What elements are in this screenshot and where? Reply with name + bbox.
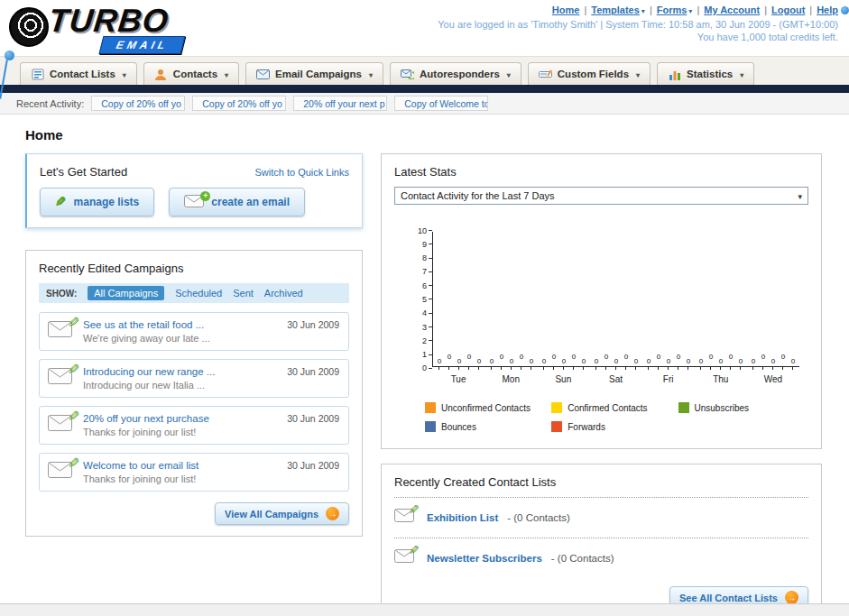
contact-list-link[interactable]: Exhibition List xyxy=(427,512,498,523)
legend-label: Unsubscribes xyxy=(695,403,750,413)
recent-activity-item[interactable]: Copy of Welcome to xyxy=(394,96,488,111)
contact-list-item[interactable]: Exhibition List - (0 Contacts) xyxy=(394,506,808,529)
chevron-down-icon xyxy=(367,69,373,79)
chart-plot-area: 00000000000000000000000000000000000 TueM… xyxy=(432,232,799,384)
chart-value-label: 0 xyxy=(789,357,798,365)
top-nav: HomeTemplatesFormsMy AccountLogoutHelp xyxy=(438,5,838,15)
filter-archived[interactable]: Archived xyxy=(264,288,303,299)
chart-value-label: 0 xyxy=(455,357,465,365)
switch-quick-links-link[interactable]: Switch to Quick Links xyxy=(254,167,349,178)
chart-value-label: 0 xyxy=(769,357,779,365)
stats-period-select[interactable]: Contact Activity for the Last 7 Days xyxy=(394,187,808,205)
campaign-date: 30 Jun 2009 xyxy=(287,366,339,377)
tab-contacts[interactable]: Contacts xyxy=(143,62,239,85)
nav-home-link[interactable]: Home xyxy=(552,5,580,15)
chart-x-labels: TueMonSunSatFriThuWed xyxy=(432,374,799,384)
chart-group: 00000 xyxy=(538,353,590,366)
chart-value-label: 0 xyxy=(435,357,445,365)
nav-forms-link[interactable]: Forms xyxy=(657,5,688,15)
chart-value-label: 0 xyxy=(475,357,484,365)
campaign-filter-bar: SHOW: All Campaigns Scheduled Sent Archi… xyxy=(39,283,349,303)
tab-autoresponders[interactable]: Autoresponders xyxy=(390,62,521,85)
campaign-row[interactable]: See us at the retail food ... We're givi… xyxy=(39,312,349,351)
tab-statistics[interactable]: Statistics xyxy=(657,62,754,85)
chart-plot: 00000000000000000000000000000000000 xyxy=(432,232,799,367)
legend-swatch xyxy=(678,402,689,413)
tab-custom-fields[interactable]: Custom Fields xyxy=(528,62,651,85)
legend-label: Confirmed Contacts xyxy=(568,403,647,413)
arrow-right-icon xyxy=(326,507,339,520)
chart-value-label: 0 xyxy=(592,357,602,365)
chart-value-label: 0 xyxy=(559,357,569,365)
see-all-contact-lists-label: See All Contact Lists xyxy=(679,593,778,603)
campaign-row[interactable]: Introducing our new range ... Introducin… xyxy=(39,359,349,398)
x-axis-ticks xyxy=(484,367,537,370)
campaign-subtitle: Thanks for joining our list! xyxy=(83,473,339,484)
chart-value-label: 0 xyxy=(487,357,497,365)
create-email-button[interactable]: create an email xyxy=(169,188,305,216)
chart-value-label: 0 xyxy=(540,357,549,365)
chart-group: 00000 xyxy=(747,353,799,366)
filter-sent[interactable]: Sent xyxy=(233,288,254,299)
contact-lists-panel: Recently Created Contact Lists Exhibitio… xyxy=(381,464,822,603)
manage-lists-button[interactable]: manage lists xyxy=(40,188,154,216)
campaign-subtitle: Thanks for joining our list! xyxy=(83,427,339,437)
chevron-down-icon xyxy=(640,5,645,15)
y-axis-tick: 0 xyxy=(422,365,432,372)
recent-activity-text: Copy of 20% off yo xyxy=(101,98,181,109)
nav-templates-link[interactable]: Templates xyxy=(591,5,640,15)
contacts-icon xyxy=(154,68,168,80)
nav-logout-link[interactable]: Logout xyxy=(771,5,805,15)
contact-list-count: - (0 Contacts) xyxy=(507,512,570,523)
chevron-down-icon xyxy=(738,69,743,79)
recent-activity-item[interactable]: Copy of 20% off yo xyxy=(91,96,185,111)
legend-item: Unsubscribes xyxy=(678,402,805,413)
campaign-row[interactable]: 20% off your next purchase Thanks for jo… xyxy=(39,406,349,445)
nav-help-link[interactable]: Help xyxy=(817,5,838,15)
logo-email-ribbon: EMAIL xyxy=(99,36,186,54)
show-label: SHOW: xyxy=(46,289,77,299)
legend-label: Bounces xyxy=(441,422,476,432)
chart-value-label: 0 xyxy=(664,357,674,365)
chart-value-label: 0 xyxy=(674,353,684,361)
pencil-icon xyxy=(68,408,79,425)
recent-activity-item[interactable]: 20% off your next p xyxy=(293,96,387,111)
latest-stats-panel: Latest Stats Contact Activity for the La… xyxy=(381,153,822,449)
legend-swatch xyxy=(425,421,436,432)
stats-period-value: Contact Activity for the Last 7 Days xyxy=(401,190,555,201)
envelope-pencil-icon xyxy=(394,549,418,567)
tab-label: Statistics xyxy=(687,69,733,79)
nav-divider-bar xyxy=(0,85,849,93)
chart-value-label: 0 xyxy=(684,357,694,365)
y-axis-tick: 8 xyxy=(422,255,432,262)
filter-scheduled[interactable]: Scheduled xyxy=(175,288,222,299)
chevron-down-icon xyxy=(223,69,228,79)
contact-list-link[interactable]: Newsletter Subscribers xyxy=(427,553,542,564)
pencil-icon xyxy=(409,502,420,517)
filter-all-campaigns[interactable]: All Campaigns xyxy=(88,286,164,300)
recent-activity-text: 20% off your next p xyxy=(303,98,384,109)
chart-value-label: 0 xyxy=(632,357,641,365)
custom-fields-icon xyxy=(539,68,552,80)
separator xyxy=(760,5,771,15)
contact-list-item[interactable]: Newsletter Subscribers - (0 Contacts) xyxy=(394,547,808,570)
chevron-down-icon xyxy=(505,69,511,79)
nav-my-account-link[interactable]: My Account xyxy=(704,5,760,15)
get-started-title: Let's Get Started xyxy=(40,165,127,179)
x-axis-ticks xyxy=(695,367,747,370)
view-all-campaigns-button[interactable]: View All Campaigns xyxy=(215,502,349,525)
see-all-contact-lists-button[interactable]: See All Contact Lists xyxy=(669,586,808,603)
tab-email-campaigns[interactable]: Email Campaigns xyxy=(245,62,383,85)
tab-contact-lists[interactable]: Contact Lists xyxy=(20,62,137,85)
legend-swatch xyxy=(551,402,562,413)
contact-activity-chart: 109876543210 000000000000000000000000000… xyxy=(409,232,799,384)
page-title: Home xyxy=(25,127,836,143)
chart-group: 00000 xyxy=(433,353,485,366)
campaign-row[interactable]: Welcome to our email list Thanks for joi… xyxy=(39,453,349,492)
chart-value-label: 0 xyxy=(579,357,589,365)
campaigns-title: Recently Edited Campaigns xyxy=(39,262,183,275)
chart-group: 00000 xyxy=(695,353,747,366)
header-dot-decoration xyxy=(841,6,849,14)
legend-item: Forwards xyxy=(551,421,678,432)
recent-activity-item[interactable]: Copy of 20% off yo xyxy=(192,96,286,111)
